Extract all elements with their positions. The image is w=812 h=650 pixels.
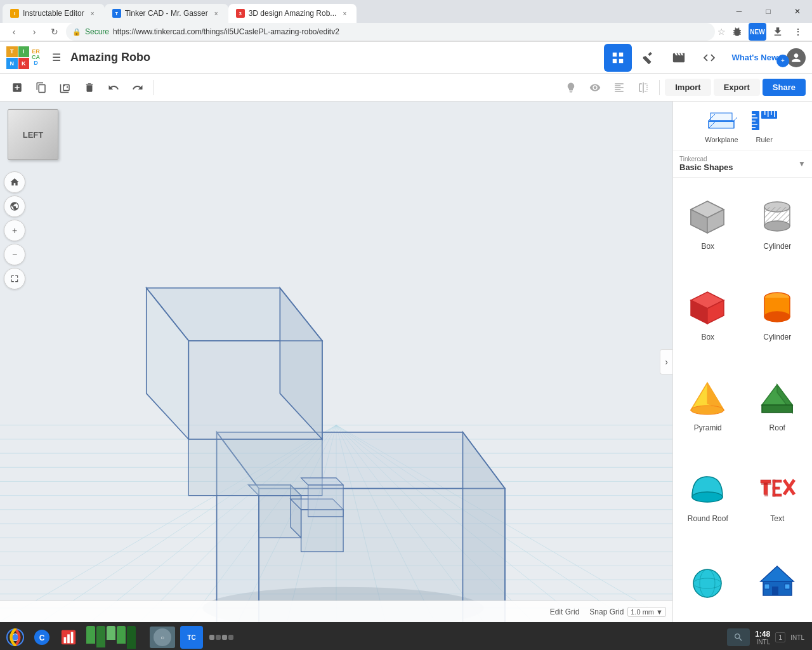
tab-instructable[interactable]: I Instructable Editor ×: [3, 4, 105, 23]
hamburger-menu-button[interactable]: ☰: [48, 49, 65, 67]
grid-view-button[interactable]: [604, 44, 632, 72]
zoom-out-button[interactable]: −: [4, 244, 25, 265]
tab-tinkercad[interactable]: T Tinker CAD - Mr. Gasser ×: [105, 4, 228, 23]
shape-box-gray[interactable]: Box: [673, 178, 743, 269]
view-button[interactable]: [584, 77, 606, 98]
logo-k: K: [18, 58, 30, 69]
new-badge[interactable]: NEW: [749, 23, 766, 41]
tab-bar: I Instructable Editor × T Tinker CAD - M…: [0, 0, 812, 23]
svg-point-89: [764, 312, 790, 322]
orbit-button[interactable]: [4, 196, 25, 217]
fit-button[interactable]: [4, 268, 25, 289]
scene-button[interactable]: [665, 44, 693, 72]
taskbar-chrome-button[interactable]: [3, 625, 28, 650]
shape-cylinder-gray[interactable]: Cylinder: [743, 178, 813, 269]
category-dropdown[interactable]: Tinkercad Basic Shapes ▼: [679, 156, 806, 172]
taskbar-chrome2-button[interactable]: C: [29, 625, 55, 650]
system-tray: 1:48 INTL 1 INTL: [727, 628, 809, 646]
home-view-button[interactable]: [4, 171, 25, 193]
shape-icon-cylinder-orange: [755, 286, 799, 330]
logo-n: N: [6, 58, 18, 69]
snap-grid-dropdown[interactable]: 1.0 mm ▼: [627, 607, 666, 617]
minimize-button[interactable]: ─: [724, 0, 754, 23]
export-button[interactable]: Export: [714, 79, 760, 96]
import-button[interactable]: Import: [665, 79, 710, 96]
category-name: Basic Shapes: [679, 162, 733, 172]
svg-point-107: [693, 569, 721, 597]
downloads-button[interactable]: [769, 23, 787, 41]
forward-button[interactable]: ›: [25, 23, 43, 41]
zoom-in-button[interactable]: +: [4, 220, 25, 241]
svg-rect-97: [761, 480, 771, 483]
svg-rect-57: [710, 113, 732, 121]
taskbar-dots: [209, 635, 233, 640]
shape-cylinder-orange[interactable]: Cylinder: [743, 269, 813, 359]
logo-t: T: [6, 46, 18, 58]
new-button[interactable]: [6, 77, 28, 98]
light-button[interactable]: [560, 77, 582, 98]
code-button[interactable]: [695, 44, 723, 72]
toolbar-separator-2: [659, 80, 660, 95]
mirror-button[interactable]: [632, 77, 654, 98]
taskbar-analytics-button[interactable]: [56, 625, 81, 650]
tab-close-instructable[interactable]: ×: [88, 9, 97, 18]
shape-pyramid[interactable]: Pyramid: [673, 359, 743, 450]
secure-label: Secure: [85, 27, 109, 36]
tab-3d[interactable]: 3 3D design Amazing Rob... ×: [228, 4, 357, 23]
tab-title-instructable: Instructable Editor: [23, 9, 84, 18]
svg-rect-106: [764, 494, 768, 496]
shape-label-round-roof: Round Roof: [688, 514, 728, 523]
taskbar-pin-6: [137, 626, 146, 649]
shape-text-3d[interactable]: Text: [743, 449, 813, 540]
svg-rect-113: [764, 584, 769, 589]
tinkercad-logo[interactable]: T I N K: [6, 46, 29, 69]
ruler-button[interactable]: Ruler: [749, 108, 780, 143]
copy-button[interactable]: [30, 77, 52, 98]
workplane-button[interactable]: Workplane: [705, 108, 738, 143]
share-button[interactable]: Share: [763, 79, 806, 96]
address-bar[interactable]: 🔒 Secure https://www.tinkercad.com/thing…: [66, 23, 715, 41]
taskbar-tinkercad-icon[interactable]: TC: [180, 626, 203, 649]
tab-title-3d: 3D design Amazing Rob...: [249, 9, 337, 18]
shape-sphere-teal[interactable]: [673, 540, 743, 622]
align-button[interactable]: [608, 77, 630, 98]
duplicate-button[interactable]: [55, 77, 76, 98]
shape-icon-box-gray: [686, 195, 730, 239]
view-cube[interactable]: LEFT: [8, 109, 58, 160]
clock-time: 1:48: [755, 630, 770, 639]
shape-house[interactable]: [743, 540, 813, 622]
shape-box-red[interactable]: Box: [673, 269, 743, 359]
extensions-button[interactable]: [728, 23, 746, 41]
redo-button[interactable]: [127, 77, 148, 98]
panel-collapse-button[interactable]: ›: [660, 349, 672, 375]
back-button[interactable]: ‹: [5, 23, 23, 41]
shape-label-roof: Roof: [769, 423, 785, 432]
taskbar-pin-5: [127, 626, 136, 649]
shape-icon-text-3d: [755, 467, 799, 512]
build-button[interactable]: [634, 44, 662, 72]
shape-roof[interactable]: Roof: [743, 359, 813, 450]
snap-dropdown-arrow: ▼: [656, 608, 663, 616]
close-button[interactable]: ✕: [783, 0, 812, 23]
viewport[interactable]: LEFT + −: [0, 102, 672, 622]
taskbar-pins: [86, 626, 146, 649]
taskbar-pin-3: [107, 626, 115, 640]
tab-close-3d[interactable]: ×: [340, 9, 349, 18]
menu-button[interactable]: ⋮: [789, 23, 807, 41]
tab-close-tinkercad[interactable]: ×: [212, 9, 221, 18]
maximize-button[interactable]: □: [754, 0, 783, 23]
refresh-button[interactable]: ↻: [46, 23, 63, 41]
toolbar-right: Import Export Share: [560, 77, 806, 98]
undo-button[interactable]: [103, 77, 124, 98]
svg-rect-122: [67, 634, 70, 643]
add-user-button[interactable]: +: [776, 55, 789, 67]
delete-button[interactable]: [79, 77, 100, 98]
shape-round-roof[interactable]: Round Roof: [673, 449, 743, 540]
user-avatar[interactable]: [787, 48, 806, 67]
user-section: +: [787, 48, 806, 67]
edit-grid-label[interactable]: Edit Grid: [550, 607, 580, 616]
bookmark-star-button[interactable]: ☆: [717, 27, 726, 37]
svg-marker-95: [762, 405, 792, 413]
svg-marker-51: [301, 478, 343, 485]
whats-new-button[interactable]: What's New: [726, 49, 784, 66]
